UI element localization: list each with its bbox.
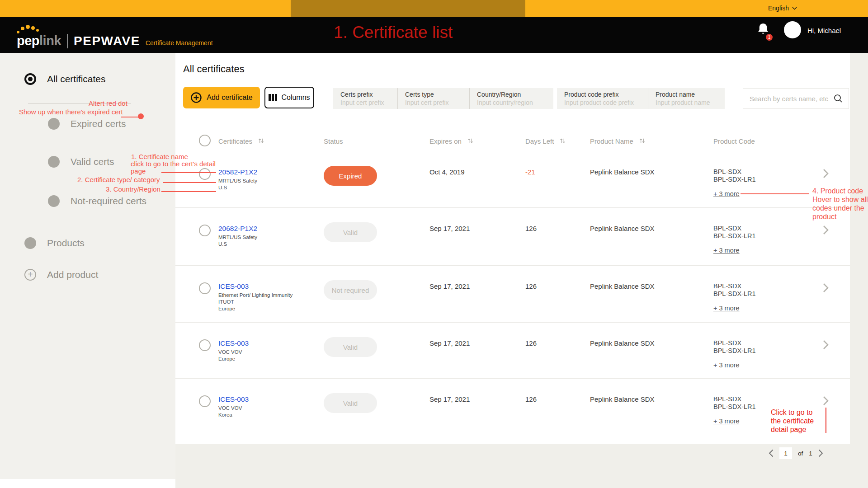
more-codes-link[interactable]: + 3 more bbox=[713, 247, 740, 254]
logo-dot bbox=[21, 27, 24, 30]
sort-icon[interactable] bbox=[258, 137, 264, 145]
certificate-name-link[interactable]: ICES-003 bbox=[218, 339, 249, 347]
row-chevron-icon[interactable] bbox=[821, 287, 830, 295]
filter-product-code-prefix[interactable]: Product code prefixInput product code pr… bbox=[557, 88, 648, 109]
row-select-cell bbox=[175, 266, 218, 322]
product-codes: BPL-SDXBPL-SDX-LR1+ 3 more bbox=[713, 208, 821, 265]
row-chevron-icon[interactable] bbox=[821, 173, 830, 180]
columns-label: Columns bbox=[281, 94, 310, 102]
sidebar-item-not-required-certs[interactable]: Not-required certs bbox=[48, 195, 146, 207]
filter-placeholder: Input cert prefix bbox=[340, 99, 397, 106]
row-select-cell bbox=[175, 151, 218, 207]
row-chevron-icon[interactable] bbox=[821, 344, 830, 352]
current-page-input[interactable]: 1 bbox=[779, 447, 792, 459]
row-chevron-icon[interactable] bbox=[821, 229, 830, 237]
logo-divider bbox=[67, 34, 68, 48]
sidebar-item-products[interactable]: Products bbox=[24, 237, 85, 249]
language-selector[interactable]: English bbox=[768, 5, 797, 12]
sort-icon[interactable] bbox=[467, 137, 474, 145]
sidebar-item-valid-certs[interactable]: Valid certs bbox=[48, 156, 114, 168]
certificate-detail: ITUOT bbox=[218, 299, 324, 305]
days-left: 126 bbox=[525, 379, 590, 444]
select-all-radio[interactable] bbox=[199, 135, 211, 146]
sidebar-item-label: Valid certs bbox=[71, 156, 114, 167]
days-left: 126 bbox=[525, 323, 590, 378]
filter-country-region[interactable]: Country/RegionInput country/region bbox=[469, 88, 553, 109]
add-certificate-button[interactable]: Add certificate bbox=[183, 87, 260, 108]
product-codes: BPL-SDXBPL-SDX-LR1+ 3 more bbox=[713, 323, 821, 378]
logo-text-pepwave: PEPWAVE bbox=[74, 34, 140, 48]
sidebar-nav: All certificatesExpired certsValid certs… bbox=[0, 53, 175, 479]
language-label: English bbox=[768, 5, 789, 12]
status-cell: Valid bbox=[324, 323, 429, 378]
column-header-label: Product Code bbox=[713, 137, 755, 145]
row-select-radio[interactable] bbox=[199, 282, 211, 294]
table-row: 20682-P1X2MRTL/US SafetyU.SValidSep 17, … bbox=[175, 208, 850, 266]
filter-certs-type[interactable]: Certs typeInput cert prefix bbox=[397, 88, 469, 109]
certificate-detail: Europe bbox=[218, 356, 324, 362]
user-avatar[interactable] bbox=[784, 21, 801, 38]
row-select-cell bbox=[175, 208, 218, 265]
sidebar-item-label: Not-required certs bbox=[71, 196, 146, 206]
sidebar-item-label: Add product bbox=[47, 269, 98, 280]
days-left: 126 bbox=[525, 208, 590, 265]
search-input[interactable]: Search by certs name, etc bbox=[743, 88, 849, 109]
certificate-name-link[interactable]: 20682-P1X2 bbox=[218, 225, 257, 233]
circle-icon bbox=[48, 156, 60, 168]
sidebar-item-add-product[interactable]: +Add product bbox=[24, 269, 98, 281]
sidebar-item-all-certificates[interactable]: All certificates bbox=[24, 73, 106, 85]
more-codes-link[interactable]: + 3 more bbox=[713, 361, 740, 369]
app-name: Certificate Management bbox=[146, 39, 213, 47]
plus-circle-icon bbox=[190, 92, 202, 103]
sort-icon[interactable] bbox=[559, 137, 566, 145]
more-codes-link[interactable]: + 3 more bbox=[713, 305, 740, 312]
certificate-name-link[interactable]: ICES-003 bbox=[218, 395, 249, 404]
status-badge: Valid bbox=[324, 222, 377, 242]
certificate-cell: 20682-P1X2MRTL/US SafetyU.S bbox=[218, 208, 324, 265]
certificate-name-link[interactable]: 20582-P1X2 bbox=[218, 168, 257, 176]
certificate-detail: Europe bbox=[218, 305, 324, 312]
product-name: Peplink Balance SDX bbox=[590, 323, 713, 378]
product-code: BPL-SDX-LR1 bbox=[713, 403, 821, 411]
main-right-gutter bbox=[850, 53, 868, 488]
sort-icon[interactable] bbox=[639, 137, 646, 145]
circle-icon bbox=[48, 195, 60, 207]
certificate-detail: U.S bbox=[218, 184, 324, 191]
expires-on: Sep 17, 2021 bbox=[429, 379, 525, 444]
row-select-radio[interactable] bbox=[199, 395, 211, 407]
filter-group-product: Product code prefixInput product code pr… bbox=[557, 88, 725, 109]
product-name: Peplink Balance SDX bbox=[590, 379, 713, 444]
user-greeting: Hi, Michael bbox=[807, 27, 841, 34]
logo-dot bbox=[31, 26, 35, 30]
certificate-name-link[interactable]: ICES-003 bbox=[218, 282, 249, 291]
status-badge: Valid bbox=[324, 393, 377, 413]
certificate-cell: 20582-P1X2MRTL/US SafetyU.S bbox=[218, 151, 324, 207]
filter-product-name[interactable]: Product nameInput product name bbox=[648, 88, 725, 109]
product-code: BPL-SDX-LR1 bbox=[713, 347, 821, 355]
row-chevron-cell bbox=[821, 151, 850, 207]
next-page-button[interactable] bbox=[818, 449, 823, 457]
column-header-certificates: Certificates bbox=[218, 137, 324, 145]
columns-button[interactable]: Columns bbox=[264, 87, 314, 108]
more-codes-link[interactable]: + 3 more bbox=[713, 190, 740, 197]
status-cell: Valid bbox=[324, 208, 429, 265]
sidebar-item-expired-certs[interactable]: Expired certs bbox=[48, 118, 126, 130]
filter-certs-prefix[interactable]: Certs prefixInput cert prefix bbox=[333, 88, 397, 109]
table-header-select bbox=[175, 135, 218, 148]
product-code: BPL-SDX bbox=[713, 395, 821, 403]
certificate-cell: ICES-003Ethernet Port/ Lighting Immunity… bbox=[218, 266, 324, 322]
top-language-bar: English bbox=[0, 0, 868, 17]
logo-dot bbox=[36, 29, 39, 32]
notification-bell-button[interactable]: 1 bbox=[756, 22, 775, 42]
more-codes-link[interactable]: + 3 more bbox=[713, 418, 740, 425]
row-select-radio[interactable] bbox=[199, 225, 211, 236]
column-header-status: Status bbox=[324, 137, 429, 145]
row-select-radio[interactable] bbox=[199, 339, 211, 351]
plus-icon: + bbox=[24, 269, 36, 281]
table-row: ICES-003VOC VOVKoreaValidSep 17, 2021126… bbox=[175, 379, 850, 444]
row-chevron-icon[interactable] bbox=[821, 400, 830, 408]
prev-page-button[interactable] bbox=[769, 449, 774, 457]
row-select-radio[interactable] bbox=[199, 168, 211, 180]
topbar-highlight-band bbox=[291, 0, 525, 17]
app-header: pep link PEPWAVE Certificate Management … bbox=[0, 17, 868, 53]
